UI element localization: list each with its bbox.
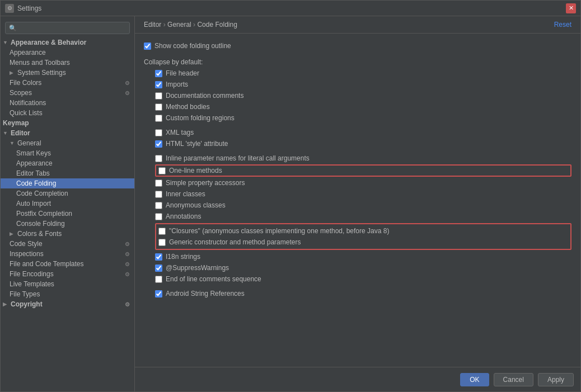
expand-arrow <box>10 140 15 146</box>
generic-constructor-checkbox[interactable] <box>158 239 166 246</box>
method-bodies-label: Method bodies <box>166 103 210 111</box>
settings-content: Show code folding outline Collapse by de… <box>135 34 580 367</box>
sidebar-item-file-code-templates[interactable]: File and Code Templates ⚙ <box>1 259 134 269</box>
xml-tags-checkbox[interactable] <box>155 129 162 136</box>
app-icon: ⚙ <box>5 4 14 13</box>
custom-folding-row: Custom folding regions <box>155 112 571 124</box>
right-panel: Editor › General › Code Folding Reset Sh… <box>135 16 580 391</box>
sidebar-item-quick-lists[interactable]: Quick Lists <box>1 108 134 118</box>
one-line-methods-checkbox[interactable] <box>158 167 166 174</box>
sidebar-item-console-folding[interactable]: Console Folding <box>1 219 134 229</box>
inner-classes-checkbox[interactable] <box>155 191 162 198</box>
sidebar-item-general[interactable]: General <box>1 138 134 148</box>
annotations-label: Annotations <box>166 212 201 220</box>
sidebar-item-editor[interactable]: Editor <box>1 128 134 138</box>
sidebar-item-appearance-behavior[interactable]: Appearance & Behavior <box>1 37 134 48</box>
sidebar-item-notifications[interactable]: Notifications <box>1 98 134 108</box>
suppress-warnings-checkbox[interactable] <box>155 265 162 272</box>
sidebar-item-system-settings[interactable]: System Settings <box>1 68 134 78</box>
sidebar-item-code-style[interactable]: Code Style ⚙ <box>1 239 134 249</box>
method-bodies-row: Method bodies <box>155 101 571 112</box>
end-of-line-checkbox[interactable] <box>155 276 162 283</box>
sidebar-item-file-types[interactable]: File Types <box>1 289 134 299</box>
collapse-by-default-label: Collapse by default: <box>144 55 571 68</box>
anonymous-classes-checkbox[interactable] <box>155 202 162 209</box>
file-header-checkbox[interactable] <box>155 70 162 77</box>
i18n-strings-checkbox[interactable] <box>155 253 162 261</box>
doc-comments-checkbox[interactable] <box>155 92 162 100</box>
cancel-button[interactable]: Cancel <box>494 373 533 386</box>
gear-icon: ⚙ <box>125 90 130 96</box>
sidebar-item-code-completion[interactable]: Code Completion <box>1 188 134 199</box>
inline-param-label: Inline parameter names for literal call … <box>166 154 310 162</box>
closures-label: "Closures" (anonymous classes implementi… <box>169 227 389 235</box>
ok-button[interactable]: OK <box>460 373 489 386</box>
gear-icon: ⚙ <box>125 261 130 267</box>
main-content: 🔍 Appearance & Behavior Appearance Menus… <box>1 16 580 391</box>
android-string-checkbox[interactable] <box>155 290 162 297</box>
settings-window: ⚙ Settings ✕ 🔍 Appearance & Behavior App… <box>0 0 581 392</box>
sidebar-item-auto-import[interactable]: Auto Import <box>1 199 134 209</box>
show-folding-checkbox[interactable] <box>144 42 151 50</box>
suppress-warnings-label: @SuppressWarnings <box>166 264 229 272</box>
expand-arrow <box>3 40 8 45</box>
anonymous-classes-row: Anonymous classes <box>155 200 571 211</box>
end-of-line-row: End of line comments sequence <box>155 273 571 285</box>
breadcrumb-part-2: General <box>167 21 191 29</box>
one-line-methods-row: One-line methods <box>155 164 571 177</box>
html-style-label: HTML 'style' attribute <box>166 140 228 148</box>
expand-arrow <box>3 130 8 136</box>
breadcrumb-bar: Editor › General › Code Folding Reset <box>135 16 580 34</box>
doc-comments-label: Documentation comments <box>166 92 243 100</box>
custom-folding-checkbox[interactable] <box>155 115 162 122</box>
closures-checkbox[interactable] <box>158 228 166 235</box>
sidebar-item-code-folding[interactable]: Code Folding <box>1 178 134 188</box>
annotations-row: Annotations <box>155 211 571 222</box>
sidebar-item-file-colors[interactable]: File Colors ⚙ <box>1 78 134 88</box>
annotations-checkbox[interactable] <box>155 213 162 220</box>
anonymous-classes-label: Anonymous classes <box>166 201 226 209</box>
android-string-label: Android String References <box>166 290 245 297</box>
sidebar-item-menus-toolbars[interactable]: Menus and Toolbars <box>1 58 134 68</box>
generic-constructor-row: Generic constructor and method parameter… <box>158 237 568 248</box>
sidebar-item-smart-keys[interactable]: Smart Keys <box>1 148 134 158</box>
sidebar-item-file-encodings[interactable]: File Encodings ⚙ <box>1 269 134 279</box>
imports-checkbox[interactable] <box>155 81 162 88</box>
sidebar-item-postfix-completion[interactable]: Postfix Completion <box>1 209 134 219</box>
one-line-methods-label: One-line methods <box>169 167 222 174</box>
i18n-strings-label: I18n strings <box>166 253 200 261</box>
gear-icon: ⚙ <box>125 251 130 257</box>
simple-property-label: Simple property accessors <box>166 179 245 187</box>
method-bodies-checkbox[interactable] <box>155 103 162 111</box>
search-input[interactable] <box>19 24 126 32</box>
search-icon: 🔍 <box>9 25 17 32</box>
window-title: Settings <box>17 4 566 12</box>
i18n-strings-row: I18n strings <box>155 251 571 262</box>
generic-constructor-label: Generic constructor and method parameter… <box>169 238 301 246</box>
custom-folding-label: Custom folding regions <box>166 114 235 122</box>
html-style-checkbox[interactable] <box>155 140 162 148</box>
sidebar-item-keymap[interactable]: Keymap <box>1 118 134 128</box>
collapse-options: File header Imports Documentation commen… <box>155 68 571 299</box>
sidebar-item-appearance-sub[interactable]: Appearance <box>1 158 134 168</box>
sidebar-item-copyright[interactable]: Copyright ⚙ <box>1 299 134 309</box>
sidebar-item-colors-fonts[interactable]: Colors & Fonts <box>1 229 134 239</box>
apply-button[interactable]: Apply <box>538 373 574 386</box>
sidebar-item-live-templates[interactable]: Live Templates <box>1 279 134 289</box>
gear-icon: ⚙ <box>125 241 130 247</box>
sidebar-item-scopes[interactable]: Scopes ⚙ <box>1 88 134 98</box>
sidebar-item-appearance[interactable]: Appearance <box>1 48 134 58</box>
breadcrumb-part-1: Editor <box>144 21 161 29</box>
search-box[interactable]: 🔍 <box>5 22 130 34</box>
closures-group-highlight: "Closures" (anonymous classes implementi… <box>155 223 571 250</box>
close-button[interactable]: ✕ <box>566 3 576 13</box>
inline-param-row: Inline parameter names for literal call … <box>155 153 571 164</box>
reset-button[interactable]: Reset <box>554 21 571 29</box>
inner-classes-row: Inner classes <box>155 188 571 200</box>
imports-row: Imports <box>155 79 571 90</box>
sidebar-item-inspections[interactable]: Inspections ⚙ <box>1 249 134 259</box>
inline-param-checkbox[interactable] <box>155 155 162 162</box>
sidebar-item-editor-tabs[interactable]: Editor Tabs <box>1 168 134 178</box>
simple-property-checkbox[interactable] <box>155 180 162 187</box>
bottom-bar: OK Cancel Apply <box>135 367 580 391</box>
